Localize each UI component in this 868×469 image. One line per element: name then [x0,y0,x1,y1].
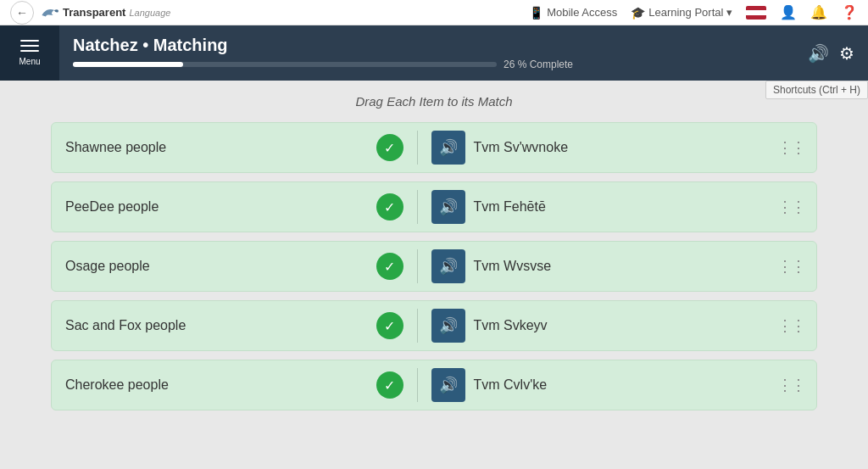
match-row[interactable]: Osage people ✓ 🔊 Tvm Wvsvse ⋮⋮ [51,241,817,292]
back-arrow-icon: ← [16,6,28,20]
check-icon: ✓ [384,377,395,394]
audio-button[interactable]: 🔊 [431,131,465,165]
shortcuts-tooltip: Shortcuts (Ctrl + H) [765,81,868,99]
page-title-area: Natchez • Matching 26 % Complete [59,36,808,70]
audio-button[interactable]: 🔊 [431,368,465,402]
toolbar-icons: 🔊 ⚙ [808,43,868,64]
match-left-text: Shawnee people [65,140,366,155]
top-nav-right: 📱 Mobile Access 🎓 Learning Portal ▾ 👤 🔔 … [529,4,858,20]
audio-button[interactable]: 🔊 [431,309,465,343]
second-bar: Menu Natchez • Matching 26 % Complete 🔊 … [0,25,868,81]
back-button[interactable]: ← [10,1,34,25]
audio-icon: 🔊 [439,138,458,157]
check-circle: ✓ [376,312,403,339]
brand-subtitle: Language [129,8,170,18]
match-divider [417,190,418,224]
drag-handle[interactable]: ⋮⋮ [774,138,808,157]
drag-handle[interactable]: ⋮⋮ [774,316,808,335]
instruction-text: Drag Each Item to its Match [51,94,817,109]
mobile-access-link[interactable]: 📱 Mobile Access [529,6,617,20]
top-nav: ← Transparent Language 📱 Mobile Access 🎓… [0,0,868,25]
check-circle: ✓ [376,253,403,280]
help-icon[interactable]: ❓ [841,4,858,20]
learning-portal-link[interactable]: 🎓 Learning Portal ▾ [631,6,732,20]
match-divider [417,309,418,343]
match-left-text: Sac and Fox people [65,318,366,333]
mobile-icon: 📱 [529,6,543,20]
check-circle: ✓ [376,371,403,399]
check-icon: ✓ [384,140,395,156]
audio-icon: 🔊 [439,198,458,216]
match-divider [417,131,418,165]
match-right-text: Tvm Wvsvse [474,259,775,274]
match-right-text: Tvm Sv'wvnoke [474,140,775,155]
settings-button[interactable]: ⚙ [839,43,854,64]
audio-icon: 🔊 [439,316,458,335]
drag-handle[interactable]: ⋮⋮ [774,198,808,216]
graduation-icon: 🎓 [631,6,645,20]
match-right-text: Tvm Fehētē [474,199,775,215]
match-row[interactable]: Sac and Fox people ✓ 🔊 Tvm Svkeyv ⋮⋮ [51,300,817,351]
drag-handle[interactable]: ⋮⋮ [774,376,808,394]
progress-area: 26 % Complete [73,59,794,70]
brand-bird-icon [41,6,59,20]
flag-icon[interactable] [746,6,766,20]
check-icon: ✓ [384,259,395,275]
volume-button[interactable]: 🔊 [808,43,829,64]
user-icon[interactable]: 👤 [780,4,797,20]
progress-bar-bg [73,62,497,67]
progress-bar-fill [73,62,183,67]
match-divider [417,368,418,402]
progress-text: 26 % Complete [504,59,573,70]
check-icon: ✓ [384,318,395,334]
match-left-text: PeeDee people [65,199,366,215]
main-content: Shortcuts (Ctrl + H) Drag Each Item to i… [0,81,868,433]
drag-handle[interactable]: ⋮⋮ [774,257,808,276]
match-divider [417,249,418,283]
menu-label: Menu [19,57,40,66]
audio-icon: 🔊 [439,376,458,394]
menu-button[interactable]: Menu [0,25,59,81]
match-left-text: Osage people [65,259,366,274]
page-title: Natchez • Matching [73,36,794,55]
check-circle: ✓ [376,134,403,161]
learning-portal-label: Learning Portal ▾ [648,6,732,19]
match-row[interactable]: Shawnee people ✓ 🔊 Tvm Sv'wvnoke ⋮⋮ [51,122,817,173]
match-right-text: Tvm Svkeyv [474,318,775,333]
check-circle: ✓ [376,193,403,221]
audio-button[interactable]: 🔊 [431,249,465,283]
menu-bar-1 [20,40,39,42]
brand-name: Transparent [63,6,125,19]
top-nav-left: ← Transparent Language [10,1,170,25]
match-left-text: Cherokee people [65,377,366,393]
menu-bar-2 [20,45,39,47]
match-right-text: Tvm Cvlv'ke [474,377,775,393]
bell-icon[interactable]: 🔔 [810,4,827,20]
match-row[interactable]: Cherokee people ✓ 🔊 Tvm Cvlv'ke ⋮⋮ [51,360,817,410]
match-row[interactable]: PeeDee people ✓ 🔊 Tvm Fehētē ⋮⋮ [51,181,817,232]
brand-logo: Transparent Language [41,6,170,20]
check-icon: ✓ [384,199,395,215]
audio-button[interactable]: 🔊 [431,190,465,224]
shortcuts-label: Shortcuts (Ctrl + H) [773,84,860,96]
menu-bar-3 [20,50,39,52]
mobile-access-label: Mobile Access [547,6,617,19]
audio-icon: 🔊 [439,257,458,276]
